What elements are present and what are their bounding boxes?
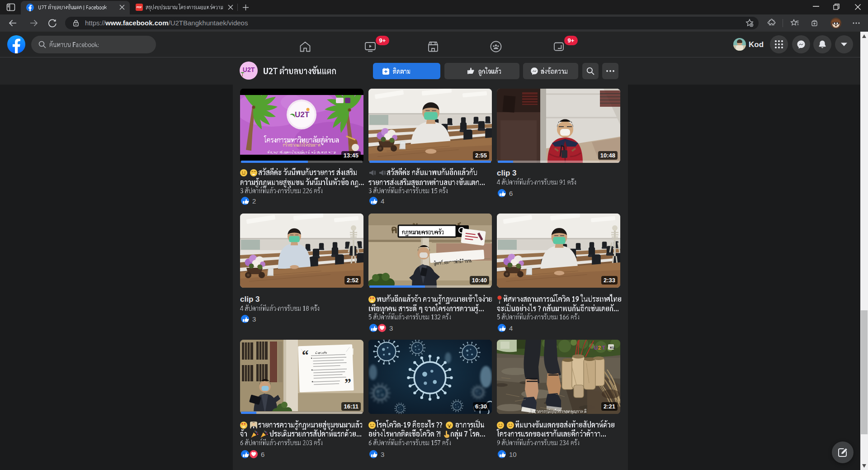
- svg-text:”: ”: [344, 375, 352, 391]
- svg-text:2: 2: [598, 345, 601, 351]
- svg-text:“: “: [302, 347, 309, 363]
- svg-text:KU: KU: [610, 346, 615, 350]
- svg-text:U2T: U2T: [295, 110, 310, 119]
